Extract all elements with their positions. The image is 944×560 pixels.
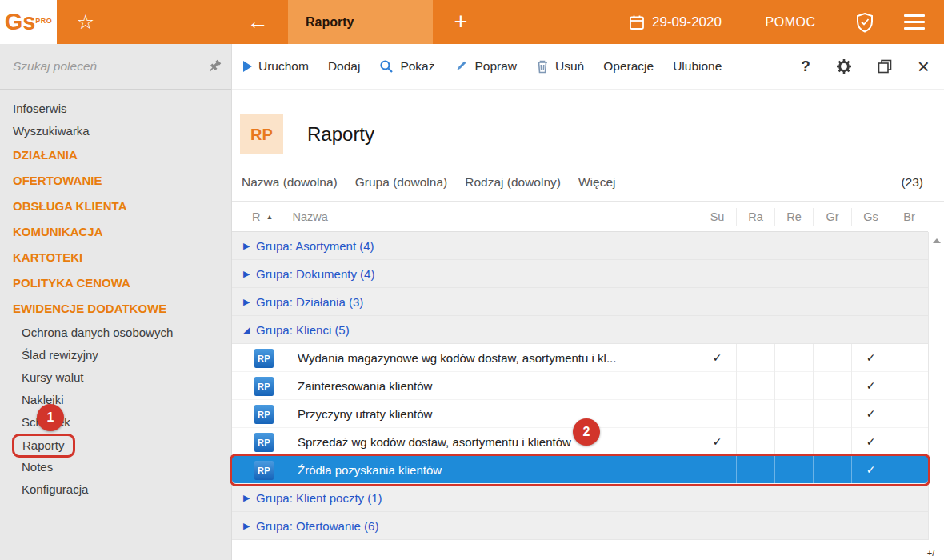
pin-icon[interactable]: [207, 59, 222, 74]
help-icon[interactable]: ?: [801, 58, 810, 75]
cell-ra: [736, 428, 774, 456]
trash-icon: [536, 59, 549, 74]
expand-icon[interactable]: ▶: [243, 493, 256, 503]
favorites-star-icon[interactable]: ☆: [69, 0, 102, 44]
header-name-column[interactable]: R ▲ Nazwa: [232, 210, 698, 223]
group-row-klienci[interactable]: ◢ Grupa: Klienci (5): [232, 316, 928, 344]
table-body: ▶ Grupa: Asortyment (4) ▶ Grupa: Dokumen…: [232, 232, 944, 540]
expand-icon[interactable]: ▶: [243, 241, 256, 251]
collapse-icon[interactable]: ◢: [243, 325, 256, 335]
scroll-up-icon[interactable]: [933, 238, 941, 243]
sidebar-item-schowek[interactable]: Schowek: [0, 411, 231, 434]
report-icon: RP: [254, 377, 274, 396]
main-panel: Uruchom Dodaj Pokaż Popraw: [232, 44, 944, 560]
help-menu[interactable]: POMOC: [760, 0, 821, 44]
sidebar-item-komunikacja[interactable]: KOMUNIKACJA: [0, 219, 231, 245]
filter-bar: Nazwa (dowolna) Grupa (dowolna) Rodzaj (…: [232, 163, 944, 202]
shield-icon[interactable]: [848, 0, 882, 44]
cell-gr: [813, 456, 851, 484]
favorites-button[interactable]: Ulubione: [673, 59, 722, 74]
expand-icon[interactable]: ▶: [243, 297, 256, 307]
back-arrow-icon[interactable]: ←: [238, 0, 277, 44]
cell-br: [890, 400, 928, 428]
expand-icon[interactable]: ▶: [243, 269, 256, 279]
sidebar-item-infoserwis[interactable]: Infoserwis: [0, 98, 231, 120]
filter-group[interactable]: Grupa (dowolna): [355, 175, 447, 190]
header-gr[interactable]: Gr: [813, 208, 851, 226]
sidebar-item-kartoteki[interactable]: KARTOTEKI: [0, 245, 231, 270]
page-header: RP Raporty: [232, 90, 944, 163]
search-input[interactable]: [13, 59, 207, 74]
report-row-zrodla-selected[interactable]: RP Źródła pozyskania klientów ✓: [232, 456, 928, 484]
group-row-asortyment[interactable]: ▶ Grupa: Asortyment (4): [232, 232, 928, 260]
report-name: Sprzedaż wg kodów dostaw, asortymentu i …: [298, 435, 571, 449]
sidebar-item-notes[interactable]: Notes: [0, 456, 231, 478]
operations-button[interactable]: Operacje: [603, 59, 654, 74]
header-su[interactable]: Su: [698, 208, 736, 226]
cell-gr: [813, 344, 851, 372]
expand-icon[interactable]: ▶: [243, 521, 256, 531]
header-gs[interactable]: Gs: [851, 208, 890, 226]
report-name: Wydania magazynowe wg kodów dostaw, asor…: [298, 351, 616, 365]
search-icon: [379, 59, 394, 74]
header-ra[interactable]: Ra: [736, 208, 774, 226]
report-row-zainteresowania[interactable]: RP Zainteresowania klientów ✓: [232, 372, 928, 400]
sidebar-menu: Infoserwis Wyszukiwarka DZIAŁANIA OFERTO…: [0, 90, 231, 501]
sidebar-item-raporty[interactable]: Raporty: [0, 434, 231, 456]
app-logo: GsPRO: [0, 0, 57, 44]
report-row-wydania[interactable]: RP Wydania magazynowe wg kodów dostaw, a…: [232, 344, 928, 372]
calendar-icon: [629, 14, 645, 30]
sidebar-item-ofertowanie[interactable]: OFERTOWANIE: [0, 168, 231, 194]
add-button[interactable]: Dodaj: [328, 59, 361, 74]
delete-button[interactable]: Usuń: [536, 59, 584, 74]
sidebar-item-ochrona-danych[interactable]: Ochrona danych osobowych: [0, 322, 231, 344]
group-row-ofertowanie[interactable]: ▶ Grupa: Ofertowanie (6): [232, 512, 928, 540]
sidebar-item-naklejki[interactable]: Naklejki: [0, 389, 231, 411]
cell-br: [890, 456, 928, 484]
run-button[interactable]: Uruchom: [243, 59, 309, 74]
record-count: (23): [901, 175, 944, 190]
sidebar-item-wyszukiwarka[interactable]: Wyszukiwarka: [0, 120, 231, 142]
sidebar-item-obsluga-klienta[interactable]: OBSŁUGA KLIENTA: [0, 194, 231, 219]
toolbar-right-icons: ? ×: [801, 56, 944, 77]
header-re[interactable]: Re: [774, 208, 813, 226]
sidebar-item-slad-rewizyjny[interactable]: Ślad rewizyjny: [0, 344, 231, 366]
group-label: Grupa: Klienci (5): [256, 323, 350, 337]
cell-su: [698, 400, 736, 428]
current-date: 29-09-2020: [652, 14, 722, 30]
cell-gs: ✓: [851, 400, 890, 428]
sidebar-item-ewidencje-dodatkowe[interactable]: EWIDENCJE DODATKOWE: [0, 296, 231, 322]
report-icon: RP: [254, 461, 274, 480]
hamburger-menu-icon[interactable]: [896, 0, 933, 44]
report-icon: RP: [254, 349, 274, 368]
vertical-scrollbar[interactable]: [928, 232, 944, 540]
restore-window-icon[interactable]: [878, 59, 892, 74]
sidebar-item-dzialania[interactable]: DZIAŁANIA: [0, 142, 231, 168]
cell-gs: ✓: [851, 428, 890, 456]
tab-raporty[interactable]: Raporty: [288, 0, 433, 44]
sidebar: Infoserwis Wyszukiwarka DZIAŁANIA OFERTO…: [0, 44, 232, 560]
group-row-klient-poczty[interactable]: ▶ Grupa: Klient poczty (1): [232, 484, 928, 512]
group-label: Grupa: Dokumenty (4): [256, 267, 374, 281]
show-button[interactable]: Pokaż: [379, 59, 434, 74]
filter-more[interactable]: Więcej: [578, 175, 616, 190]
edit-button[interactable]: Popraw: [454, 59, 517, 74]
cell-su: [698, 372, 736, 400]
cell-re: [774, 372, 813, 400]
group-row-dzialania[interactable]: ▶ Grupa: Działania (3): [232, 288, 928, 316]
gear-icon[interactable]: [836, 58, 852, 74]
sidebar-item-konfiguracja[interactable]: Konfiguracja: [0, 478, 231, 501]
date-picker[interactable]: 29-09-2020: [629, 0, 722, 44]
new-tab-icon[interactable]: +: [445, 0, 477, 44]
sidebar-item-polityka-cenowa[interactable]: POLITYKA CENOWA: [0, 270, 231, 296]
filter-kind[interactable]: Rodzaj (dowolny): [465, 175, 561, 190]
close-icon[interactable]: ×: [918, 56, 930, 77]
sort-ascending-icon: ▲: [266, 213, 273, 221]
sidebar-item-kursy-walut[interactable]: Kursy walut: [0, 366, 231, 389]
cell-gs: ✓: [851, 344, 890, 372]
cell-ra: [736, 400, 774, 428]
cell-gr: [813, 400, 851, 428]
group-row-dokumenty[interactable]: ▶ Grupa: Dokumenty (4): [232, 260, 928, 288]
filter-name[interactable]: Nazwa (dowolna): [242, 175, 338, 190]
header-br[interactable]: Br: [890, 208, 928, 226]
